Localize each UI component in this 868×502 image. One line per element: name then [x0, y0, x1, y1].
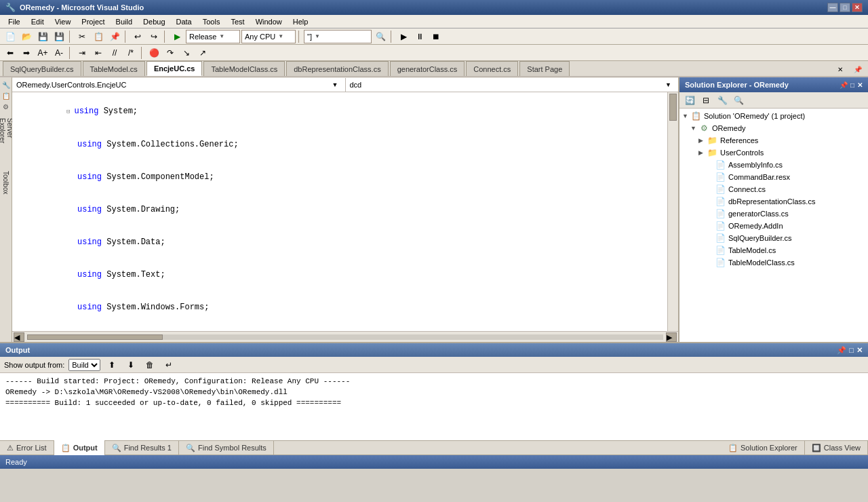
redo-button[interactable]: ↪	[146, 30, 161, 43]
minimize-button[interactable]: —	[827, 3, 838, 12]
tree-dbrepresentation[interactable]: ▶ 📄 dbRepresentationClass.cs	[679, 195, 868, 208]
tab-solution-explorer-bottom[interactable]: 📋 Solution Explorer	[722, 440, 805, 455]
tree-connect[interactable]: ▶ 📄 Connect.cs	[679, 183, 868, 195]
tree-usercontrols[interactable]: ▶ 📁 UserControls	[679, 147, 868, 159]
tree-sqlquerybuilder[interactable]: ▶ 📄 SqlQueryBuilder.cs	[679, 232, 868, 244]
maximize-button[interactable]: □	[840, 3, 850, 12]
zoom-out[interactable]: A-	[52, 46, 66, 60]
debug-stop[interactable]: ⏹	[429, 30, 443, 43]
menu-edit[interactable]: Edit	[26, 16, 50, 27]
se-collapse-button[interactable]: ⊟	[698, 94, 713, 107]
output-word-wrap-button[interactable]: ↵	[161, 358, 176, 372]
undo-button[interactable]: ↩	[130, 30, 145, 43]
save-button[interactable]: 💾	[35, 30, 50, 43]
tab-generatorClass[interactable]: generatorClass.cs	[390, 61, 465, 76]
output-clear-button[interactable]: 🗑	[142, 358, 157, 372]
zoom-in[interactable]: A+	[35, 46, 50, 60]
debug-pause[interactable]: ⏸	[412, 30, 427, 43]
output-close-button[interactable]: ✕	[856, 346, 863, 355]
panel-close-button[interactable]: ✕	[857, 81, 863, 89]
tab-class-view[interactable]: 🔲 Class View	[805, 440, 868, 455]
menu-file[interactable]: File	[3, 16, 26, 27]
tab-EncjeUC[interactable]: EncjeUC.cs	[146, 61, 203, 76]
output-next-button[interactable]: ⬇	[123, 358, 138, 372]
se-properties-button[interactable]: 🔧	[715, 94, 730, 107]
tab-pin-button[interactable]: 📌	[850, 62, 865, 76]
tab-TableModel[interactable]: TableModel.cs	[83, 61, 145, 76]
expand-references[interactable]: ▶	[698, 137, 707, 144]
uncomment[interactable]: /*	[123, 46, 138, 60]
output-prev-button[interactable]: ⬆	[104, 358, 119, 372]
scroll-left-button[interactable]: ◀	[14, 332, 24, 342]
tab-Connect[interactable]: Connect.cs	[466, 61, 518, 76]
nav-back[interactable]: ⬅	[3, 46, 18, 60]
menu-window[interactable]: Window	[250, 16, 288, 27]
toolbox-item-2[interactable]: 📋	[1, 91, 11, 100]
se-search-button[interactable]: 🔍	[731, 94, 746, 107]
new-file-button[interactable]: 📄	[3, 30, 18, 43]
menu-test[interactable]: Test	[225, 16, 250, 27]
scroll-h-thumb[interactable]	[27, 334, 163, 340]
save-all-button[interactable]: 💾	[52, 30, 66, 43]
tree-tablemodel[interactable]: ▶ 📄 TableModel.cs	[679, 244, 868, 256]
find-dropdown[interactable]: "] ▼	[304, 30, 372, 43]
menu-tools[interactable]: Tools	[197, 16, 226, 27]
run-button[interactable]: ▶	[170, 30, 184, 43]
tree-solution[interactable]: ▼ 📋 Solution 'ORemedy' (1 project)	[679, 110, 868, 122]
class-dropdown[interactable]: ORemedy.UserControls.EncjeUC ▼	[12, 78, 346, 92]
output-maximize-button[interactable]: □	[849, 346, 854, 355]
horizontal-scrollbar[interactable]: ◀ ▶	[12, 331, 678, 342]
server-explorer-tab[interactable]: Server Explorer	[1, 126, 11, 136]
scroll-right-button[interactable]: ▶	[666, 332, 677, 342]
step-out[interactable]: ↗	[195, 46, 210, 60]
method-dropdown[interactable]: dcd ▼	[346, 78, 679, 92]
tab-TableModelClass[interactable]: TableModelClass.cs	[203, 61, 285, 76]
expand-project[interactable]: ▼	[690, 125, 698, 132]
menu-view[interactable]: View	[50, 16, 77, 27]
toolbox-tab[interactable]: Toolbox	[1, 178, 11, 187]
code-editor[interactable]: ⊟using System; using System.Collections.…	[12, 92, 667, 331]
scrollbar-thumb[interactable]	[669, 94, 677, 121]
find-button[interactable]: 🔍	[373, 30, 388, 43]
tree-generator[interactable]: ▶ 📄 generatorClass.cs	[679, 208, 868, 220]
panel-maximize-button[interactable]: □	[850, 81, 854, 89]
tab-error-list[interactable]: ⚠ Error List	[0, 440, 54, 455]
tab-output[interactable]: 📋 Output	[54, 440, 105, 455]
se-refresh-button[interactable]: 🔄	[682, 94, 697, 107]
output-source-select[interactable]: Build	[68, 359, 100, 371]
panel-pin-button[interactable]: 📌	[840, 81, 848, 89]
toolbox-item-1[interactable]: 🔧	[1, 80, 11, 90]
tree-references[interactable]: ▶ 📁 References	[679, 134, 868, 147]
expand-solution[interactable]: ▼	[682, 113, 690, 119]
tree-tablemodelclass[interactable]: ▶ 📄 TableModelClass.cs	[679, 256, 868, 269]
tab-find-symbol[interactable]: 🔍 Find Symbol Results	[179, 440, 274, 455]
tab-dbRepresentationClass[interactable]: dbRepresentationClass.cs	[286, 61, 388, 76]
outdent[interactable]: ⇤	[91, 46, 106, 60]
step-over[interactable]: ↷	[163, 46, 178, 60]
window-controls[interactable]: — □ ✕	[827, 3, 863, 12]
vertical-scrollbar[interactable]	[667, 92, 678, 331]
tab-find-results[interactable]: 🔍 Find Results 1	[105, 440, 179, 455]
breakpoint[interactable]: 🔴	[146, 46, 161, 60]
expand-usercontrols[interactable]: ▶	[698, 149, 707, 156]
tree-oremedy-addin[interactable]: ▶ 📄 ORemedy.AddIn	[679, 220, 868, 232]
menu-data[interactable]: Data	[171, 16, 197, 27]
tab-SqlQueryBuilder[interactable]: SqlQueryBuilder.cs	[3, 61, 81, 76]
tab-StartPage[interactable]: Start Page	[519, 61, 570, 76]
toolbox-item-3[interactable]: ⚙	[1, 102, 11, 111]
close-tab-button[interactable]: ✕	[833, 62, 848, 76]
comment[interactable]: //	[107, 46, 122, 60]
tree-commandbar[interactable]: ▶ 📄 CommandBar.resx	[679, 171, 868, 183]
menu-help[interactable]: Help	[288, 16, 314, 27]
close-button[interactable]: ✕	[852, 3, 863, 12]
menu-project[interactable]: Project	[76, 16, 110, 27]
indent[interactable]: ⇥	[75, 46, 90, 60]
platform-dropdown[interactable]: Any CPU ▼	[241, 30, 296, 43]
tree-project[interactable]: ▼ ⚙ ORemedy	[679, 122, 868, 134]
cut-button[interactable]: ✂	[75, 30, 90, 43]
open-button[interactable]: 📂	[19, 30, 34, 43]
step-into[interactable]: ↘	[179, 46, 194, 60]
debug-start[interactable]: ▶	[396, 30, 411, 43]
menu-debug[interactable]: Debug	[138, 16, 170, 27]
nav-fwd[interactable]: ➡	[19, 46, 34, 60]
